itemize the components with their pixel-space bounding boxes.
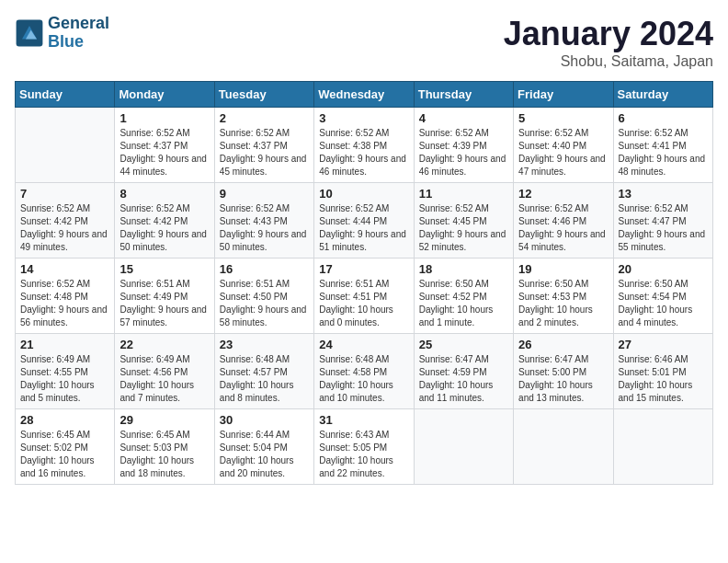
calendar-cell: 14Sunrise: 6:52 AMSunset: 4:48 PMDayligh…	[16, 259, 115, 334]
day-info: Sunrise: 6:47 AMSunset: 5:00 PMDaylight:…	[518, 353, 608, 405]
calendar-cell: 27Sunrise: 6:46 AMSunset: 5:01 PMDayligh…	[613, 334, 712, 409]
day-info: Sunrise: 6:43 AMSunset: 5:05 PMDaylight:…	[319, 429, 408, 480]
calendar-week-2: 7Sunrise: 6:52 AMSunset: 4:42 PMDaylight…	[16, 183, 713, 259]
day-number: 5	[518, 111, 608, 125]
calendar-cell: 17Sunrise: 6:51 AMSunset: 4:51 PMDayligh…	[314, 259, 414, 334]
weekday-header-tuesday: Tuesday	[214, 82, 313, 108]
day-number: 27	[619, 338, 708, 351]
day-info: Sunrise: 6:52 AMSunset: 4:44 PMDaylight:…	[319, 202, 408, 254]
calendar-cell	[613, 409, 712, 485]
day-info: Sunrise: 6:48 AMSunset: 4:58 PMDaylight:…	[319, 353, 408, 405]
calendar-cell: 24Sunrise: 6:48 AMSunset: 4:58 PMDayligh…	[314, 334, 414, 409]
weekday-header-row: SundayMondayTuesdayWednesdayThursdayFrid…	[16, 82, 713, 108]
day-info: Sunrise: 6:51 AMSunset: 4:51 PMDaylight:…	[319, 278, 408, 329]
logo-icon	[15, 18, 44, 48]
calendar-cell: 5Sunrise: 6:52 AMSunset: 4:40 PMDaylight…	[514, 108, 613, 183]
day-info: Sunrise: 6:45 AMSunset: 5:02 PMDaylight:…	[20, 429, 109, 480]
day-number: 17	[319, 262, 408, 276]
day-info: Sunrise: 6:52 AMSunset: 4:41 PMDaylight:…	[619, 127, 708, 178]
page-header: General Blue January 2024 Shobu, Saitama…	[15, 15, 713, 70]
day-info: Sunrise: 6:44 AMSunset: 5:04 PMDaylight:…	[220, 429, 309, 480]
day-info: Sunrise: 6:52 AMSunset: 4:42 PMDaylight:…	[20, 202, 109, 254]
calendar-cell: 26Sunrise: 6:47 AMSunset: 5:00 PMDayligh…	[514, 334, 613, 409]
calendar-cell: 3Sunrise: 6:52 AMSunset: 4:38 PMDaylight…	[314, 108, 414, 183]
day-info: Sunrise: 6:52 AMSunset: 4:42 PMDaylight:…	[119, 202, 209, 254]
day-number: 9	[220, 187, 309, 201]
day-info: Sunrise: 6:46 AMSunset: 5:01 PMDaylight:…	[619, 353, 708, 405]
calendar-cell: 22Sunrise: 6:49 AMSunset: 4:56 PMDayligh…	[115, 334, 214, 409]
calendar-cell: 13Sunrise: 6:52 AMSunset: 4:47 PMDayligh…	[613, 183, 712, 259]
day-number: 25	[419, 338, 508, 351]
calendar-cell: 15Sunrise: 6:51 AMSunset: 4:49 PMDayligh…	[115, 259, 214, 334]
calendar-cell: 29Sunrise: 6:45 AMSunset: 5:03 PMDayligh…	[115, 409, 214, 485]
day-number: 10	[319, 187, 408, 201]
calendar-cell	[514, 409, 613, 485]
calendar-cell: 6Sunrise: 6:52 AMSunset: 4:41 PMDaylight…	[613, 108, 712, 183]
title-block: January 2024 Shobu, Saitama, Japan	[504, 15, 713, 70]
weekday-header-monday: Monday	[115, 82, 214, 108]
day-number: 19	[518, 262, 608, 276]
day-number: 29	[119, 413, 209, 427]
day-number: 23	[220, 338, 309, 351]
day-number: 18	[419, 262, 508, 276]
logo: General Blue	[15, 15, 109, 52]
calendar-cell: 7Sunrise: 6:52 AMSunset: 4:42 PMDaylight…	[16, 183, 115, 259]
calendar-week-3: 14Sunrise: 6:52 AMSunset: 4:48 PMDayligh…	[16, 259, 713, 334]
calendar-cell: 12Sunrise: 6:52 AMSunset: 4:46 PMDayligh…	[514, 183, 613, 259]
calendar-cell: 16Sunrise: 6:51 AMSunset: 4:50 PMDayligh…	[214, 259, 313, 334]
day-number: 15	[119, 262, 209, 276]
day-number: 16	[220, 262, 309, 276]
weekday-header-wednesday: Wednesday	[314, 82, 414, 108]
day-number: 2	[220, 111, 309, 125]
calendar-cell: 21Sunrise: 6:49 AMSunset: 4:55 PMDayligh…	[16, 334, 115, 409]
day-info: Sunrise: 6:45 AMSunset: 5:03 PMDaylight:…	[119, 429, 209, 480]
day-info: Sunrise: 6:51 AMSunset: 4:50 PMDaylight:…	[220, 278, 309, 329]
day-info: Sunrise: 6:52 AMSunset: 4:45 PMDaylight:…	[419, 202, 508, 254]
calendar-week-4: 21Sunrise: 6:49 AMSunset: 4:55 PMDayligh…	[16, 334, 713, 409]
day-number: 24	[319, 338, 408, 351]
calendar-cell: 31Sunrise: 6:43 AMSunset: 5:05 PMDayligh…	[314, 409, 414, 485]
calendar-cell: 1Sunrise: 6:52 AMSunset: 4:37 PMDaylight…	[115, 108, 214, 183]
logo-line1: General	[48, 14, 109, 32]
day-number: 28	[20, 413, 109, 427]
calendar-week-1: 1Sunrise: 6:52 AMSunset: 4:37 PMDaylight…	[16, 108, 713, 183]
day-info: Sunrise: 6:49 AMSunset: 4:56 PMDaylight:…	[119, 353, 209, 405]
day-info: Sunrise: 6:52 AMSunset: 4:39 PMDaylight:…	[419, 127, 508, 178]
day-number: 6	[619, 111, 708, 125]
day-number: 12	[518, 187, 608, 201]
day-number: 20	[619, 262, 708, 276]
day-number: 7	[20, 187, 109, 201]
calendar-table: SundayMondayTuesdayWednesdayThursdayFrid…	[15, 81, 713, 485]
day-info: Sunrise: 6:50 AMSunset: 4:52 PMDaylight:…	[419, 278, 508, 329]
calendar-cell: 2Sunrise: 6:52 AMSunset: 4:37 PMDaylight…	[214, 108, 313, 183]
calendar-cell: 23Sunrise: 6:48 AMSunset: 4:57 PMDayligh…	[214, 334, 313, 409]
day-number: 1	[119, 111, 209, 125]
calendar-cell: 9Sunrise: 6:52 AMSunset: 4:43 PMDaylight…	[214, 183, 313, 259]
calendar-cell: 18Sunrise: 6:50 AMSunset: 4:52 PMDayligh…	[414, 259, 513, 334]
day-info: Sunrise: 6:49 AMSunset: 4:55 PMDaylight:…	[20, 353, 109, 405]
weekday-header-sunday: Sunday	[16, 82, 115, 108]
day-info: Sunrise: 6:52 AMSunset: 4:37 PMDaylight:…	[119, 127, 209, 178]
day-info: Sunrise: 6:50 AMSunset: 4:54 PMDaylight:…	[619, 278, 708, 329]
calendar-week-5: 28Sunrise: 6:45 AMSunset: 5:02 PMDayligh…	[16, 409, 713, 485]
day-number: 30	[220, 413, 309, 427]
calendar-cell: 19Sunrise: 6:50 AMSunset: 4:53 PMDayligh…	[514, 259, 613, 334]
day-info: Sunrise: 6:48 AMSunset: 4:57 PMDaylight:…	[220, 353, 309, 405]
day-info: Sunrise: 6:50 AMSunset: 4:53 PMDaylight:…	[518, 278, 608, 329]
day-number: 11	[419, 187, 508, 201]
day-info: Sunrise: 6:52 AMSunset: 4:46 PMDaylight:…	[518, 202, 608, 254]
day-number: 4	[419, 111, 508, 125]
calendar-body: 1Sunrise: 6:52 AMSunset: 4:37 PMDaylight…	[16, 108, 713, 485]
calendar-cell	[414, 409, 513, 485]
day-info: Sunrise: 6:52 AMSunset: 4:43 PMDaylight:…	[220, 202, 309, 254]
day-number: 22	[119, 338, 209, 351]
day-info: Sunrise: 6:52 AMSunset: 4:37 PMDaylight:…	[220, 127, 309, 178]
location: Shobu, Saitama, Japan	[504, 53, 713, 70]
day-info: Sunrise: 6:52 AMSunset: 4:38 PMDaylight:…	[319, 127, 408, 178]
calendar-cell: 28Sunrise: 6:45 AMSunset: 5:02 PMDayligh…	[16, 409, 115, 485]
day-number: 8	[119, 187, 209, 201]
day-info: Sunrise: 6:51 AMSunset: 4:49 PMDaylight:…	[119, 278, 209, 329]
calendar-cell: 11Sunrise: 6:52 AMSunset: 4:45 PMDayligh…	[414, 183, 513, 259]
day-info: Sunrise: 6:47 AMSunset: 4:59 PMDaylight:…	[419, 353, 508, 405]
calendar-cell: 20Sunrise: 6:50 AMSunset: 4:54 PMDayligh…	[613, 259, 712, 334]
